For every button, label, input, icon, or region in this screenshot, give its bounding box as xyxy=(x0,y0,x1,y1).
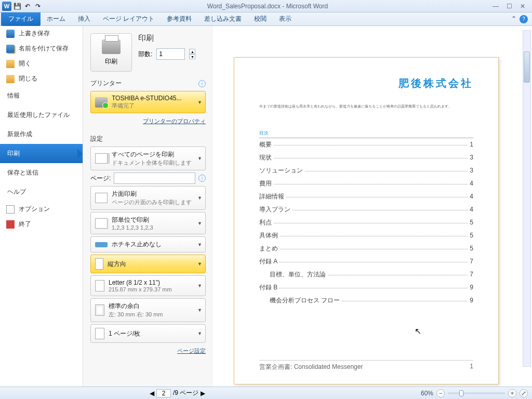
close-icon[interactable]: ✕ xyxy=(517,3,528,10)
prev-page-icon[interactable]: ◀ xyxy=(150,390,154,397)
sidebar-item-options[interactable]: オプション xyxy=(0,202,83,217)
pages-input[interactable] xyxy=(114,172,195,184)
page-input[interactable] xyxy=(156,389,171,397)
print-settings-panel: 印刷 印刷 部数: ▲▼ プリンターi TOSHIBA e-STUDIO45..… xyxy=(83,26,213,388)
toc-line: 具体例5 xyxy=(259,229,473,242)
window-title: Word_SalesProposal.docx - Microsoft Word xyxy=(45,3,490,10)
info-icon[interactable]: i xyxy=(198,80,206,87)
chevron-down-icon: ▼ xyxy=(197,100,202,105)
toc-line: 費用4 xyxy=(259,177,473,190)
toc-line: まとめ5 xyxy=(259,242,473,255)
doc-intro: 今までの製造技術は最も高水準と言われながら、製造力を急速に落ちることが将来の品質… xyxy=(259,104,473,109)
next-page-icon[interactable]: ▶ xyxy=(201,390,205,397)
help-icon[interactable]: ? xyxy=(520,15,528,23)
settings-heading: 設定 xyxy=(90,135,103,143)
zoom-level[interactable]: 60% xyxy=(421,390,433,397)
toc-heading: 目次 xyxy=(259,129,473,138)
zoom-slider-handle[interactable] xyxy=(459,390,463,396)
sidebar-item-exit[interactable]: 終了 xyxy=(0,217,83,232)
margins-icon xyxy=(95,304,104,316)
sidebar-item-info[interactable]: 情報 xyxy=(0,86,83,105)
preview-page: 肥後株式会社 今までの製造技術は最も高水準と言われながら、製造力を急速に落ちるこ… xyxy=(234,57,499,384)
toc-line: 付録 A7 xyxy=(259,255,473,268)
perpage-icon xyxy=(95,328,104,339)
fit-page-button[interactable]: ⤢ xyxy=(520,389,528,397)
sidebar-item-help[interactable]: ヘルプ xyxy=(0,182,83,202)
printer-status-icon xyxy=(95,97,108,108)
app-icon[interactable]: W xyxy=(2,2,11,11)
backstage-sidebar: 上書き保存 名前を付けて保存 開く 閉じる 情報 最近使用したファイル 新規作成… xyxy=(0,26,83,388)
copies-label: 部数: xyxy=(138,50,152,59)
footer-right: 1 xyxy=(470,363,473,371)
page-setup-link[interactable]: ページ設定 xyxy=(90,345,206,357)
tab-layout[interactable]: ページ レイアウト xyxy=(97,15,161,23)
toc-line: 機会分析プロセス フロー9 xyxy=(259,294,473,307)
orientation-selector[interactable]: 縦方向▼ xyxy=(90,255,206,273)
toc-line: 概要1 xyxy=(259,138,473,151)
save-icon xyxy=(6,30,15,38)
sidebar-item-new[interactable]: 新規作成 xyxy=(0,125,83,144)
sidebar-item-close[interactable]: 閉じる xyxy=(0,71,83,86)
tab-insert[interactable]: 挿入 xyxy=(72,15,97,23)
close-icon xyxy=(6,75,15,83)
print-button-label: 印刷 xyxy=(105,57,117,66)
print-preview: 肥後株式会社 今までの製造技術は最も高水準と言われながら、製造力を急速に落ちるこ… xyxy=(213,26,532,388)
zoom-in-button[interactable]: + xyxy=(508,389,516,397)
sidebar-item-open[interactable]: 開く xyxy=(0,56,83,71)
zoom-slider[interactable] xyxy=(448,392,505,394)
toc-line: 利点5 xyxy=(259,216,473,229)
perpage-selector[interactable]: 1 ページ/枚▼ xyxy=(90,324,206,343)
options-icon xyxy=(6,205,15,214)
minimize-icon[interactable]: — xyxy=(490,3,501,10)
zoom-controls: 60% − + ⤢ xyxy=(421,389,528,397)
sidebar-item-print[interactable]: 印刷 xyxy=(0,144,83,163)
print-range-selector[interactable]: すべてのページを印刷ドキュメント全体を印刷します▼ xyxy=(90,147,206,170)
pages-icon xyxy=(95,153,108,164)
toc-line: ソリューション3 xyxy=(259,164,473,177)
scrollbar-thumb[interactable] xyxy=(524,51,530,83)
saveas-icon xyxy=(6,45,15,53)
sidebar-item-saveas[interactable]: 名前を付けて保存 xyxy=(0,41,83,56)
tab-home[interactable]: ホーム xyxy=(41,15,72,23)
oneside-icon xyxy=(95,193,108,203)
pages-label: ページ: xyxy=(90,174,111,183)
paper-icon xyxy=(95,280,104,291)
staple-selector[interactable]: ホチキス止めなし▼ xyxy=(90,236,206,252)
copies-spinner[interactable]: ▲▼ xyxy=(189,49,195,59)
info-icon[interactable]: i xyxy=(198,175,206,182)
ribbon-tabs: ファイル ホーム 挿入 ページ レイアウト 参考資料 差し込み文書 校閲 表示 … xyxy=(0,12,532,26)
copies-input[interactable] xyxy=(156,48,185,60)
page-navigator: ◀ /9 ページ ▶ xyxy=(150,389,205,397)
tab-mailings[interactable]: 差し込み文書 xyxy=(198,15,248,23)
print-button[interactable]: 印刷 xyxy=(90,33,132,72)
tab-view[interactable]: 表示 xyxy=(273,15,298,23)
save-icon[interactable]: 💾 xyxy=(12,2,22,11)
paper-selector[interactable]: Letter (8 1/2 x 11")215.87 mm x 279.37 m… xyxy=(90,275,206,296)
printer-heading: プリンター xyxy=(90,79,122,88)
window-controls: — ☐ ✕ xyxy=(490,3,532,10)
margins-selector[interactable]: 標準の余白左: 30 mm 右: 30 mm▼ xyxy=(90,298,206,322)
printer-selector[interactable]: TOSHIBA e-STUDIO45...準備完了 ▼ xyxy=(90,91,206,113)
page-total: /9 ページ xyxy=(173,389,198,397)
footer-left: 営業企画書: Consolidated Messenger xyxy=(259,363,363,371)
tab-references[interactable]: 参考資料 xyxy=(161,15,198,23)
sidebar-item-recent[interactable]: 最近使用したファイル xyxy=(0,105,83,125)
collate-selector[interactable]: 部単位で印刷1,2,3 1,2,3 1,2,3▼ xyxy=(90,212,206,234)
undo-icon[interactable]: ↶ xyxy=(23,2,32,11)
toc-line: 付録 B9 xyxy=(259,281,473,294)
portrait-icon xyxy=(95,258,103,270)
sides-selector[interactable]: 片面印刷ページの片面のみを印刷します▼ xyxy=(90,186,206,210)
toc-line: 詳細情報4 xyxy=(259,190,473,203)
redo-icon[interactable]: ↷ xyxy=(33,2,43,11)
toc-line: 現状3 xyxy=(259,151,473,164)
tab-file[interactable]: ファイル xyxy=(1,12,41,26)
maximize-icon[interactable]: ☐ xyxy=(504,3,514,10)
tab-review[interactable]: 校閲 xyxy=(248,15,273,23)
sidebar-item-save[interactable]: 上書き保存 xyxy=(0,26,83,41)
printer-properties-link[interactable]: プリンターのプロパティ xyxy=(90,115,206,127)
minimize-ribbon-icon[interactable]: ⌃ xyxy=(511,15,516,23)
sidebar-item-share[interactable]: 保存と送信 xyxy=(0,163,83,182)
preview-scrollbar[interactable] xyxy=(523,30,531,367)
status-bar: ◀ /9 ページ ▶ 60% − + ⤢ xyxy=(0,387,532,399)
zoom-out-button[interactable]: − xyxy=(436,389,445,397)
